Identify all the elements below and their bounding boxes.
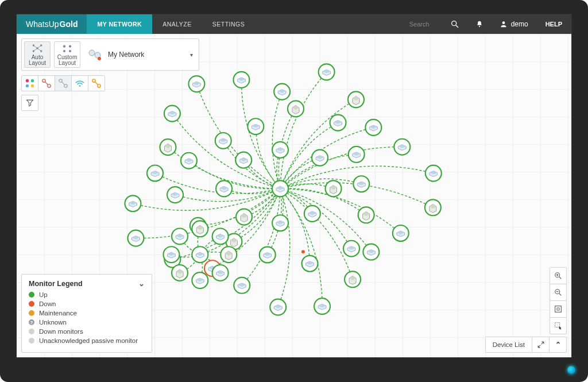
network-node[interactable] <box>274 84 290 100</box>
network-node[interactable] <box>302 256 318 272</box>
legend-label: Down monitors <box>39 328 83 335</box>
power-led <box>567 366 575 374</box>
network-node[interactable] <box>288 101 304 117</box>
network-node[interactable] <box>260 247 276 263</box>
network-node[interactable] <box>164 106 180 122</box>
network-node[interactable] <box>345 271 361 287</box>
network-node[interactable] <box>167 187 183 203</box>
network-node[interactable] <box>365 119 381 136</box>
svg-rect-97 <box>555 306 562 312</box>
user-icon <box>500 20 508 28</box>
app-screen: WhatsUp Gold MY NETWORK ANALYZE SETTINGS… <box>16 14 572 358</box>
network-node[interactable] <box>181 153 197 169</box>
brand-name-2: Gold <box>60 20 78 29</box>
network-node[interactable] <box>312 150 328 166</box>
network-node[interactable] <box>353 176 369 192</box>
svg-point-2 <box>479 26 480 27</box>
legend-label: Down <box>39 300 56 307</box>
legend-title: Monitor Legend <box>29 280 83 288</box>
network-node[interactable] <box>425 199 441 215</box>
network-node[interactable] <box>212 265 229 281</box>
header: WhatsUp Gold MY NETWORK ANALYZE SETTINGS… <box>17 14 571 34</box>
network-node[interactable] <box>272 180 288 196</box>
legend-item: ?Unknown <box>29 319 145 326</box>
svg-line-91 <box>559 277 561 279</box>
network-node[interactable] <box>314 298 330 314</box>
tab-my-network[interactable]: MY NETWORK <box>87 14 152 34</box>
svg-line-1 <box>456 25 458 28</box>
network-node[interactable] <box>188 76 204 92</box>
network-map[interactable]: Auto Layout Custom Layout My Network ▾ <box>17 34 571 357</box>
network-node[interactable] <box>160 139 176 155</box>
network-node[interactable] <box>216 180 232 196</box>
select-button[interactable] <box>550 317 567 334</box>
search-placeholder: Search <box>409 21 430 28</box>
legend-item: Maintenance <box>29 310 145 317</box>
brand-logo: WhatsUp Gold <box>17 14 87 34</box>
device-list-label: Device List <box>486 341 532 348</box>
legend-label: Up <box>39 291 48 298</box>
help-button[interactable]: HELP <box>536 14 571 34</box>
legend-item: Down <box>29 300 145 307</box>
legend-label: Maintenance <box>39 310 77 317</box>
network-node[interactable] <box>393 225 409 241</box>
chevron-down-icon[interactable]: ⌄ <box>138 279 145 288</box>
network-node[interactable] <box>270 299 286 315</box>
svg-point-3 <box>502 21 505 24</box>
network-node[interactable] <box>192 272 208 288</box>
network-node[interactable] <box>172 228 188 244</box>
network-node[interactable] <box>425 165 442 182</box>
network-node[interactable] <box>326 180 342 196</box>
legend-item: Up <box>29 291 145 298</box>
legend-label: Unknown <box>39 319 67 326</box>
tab-settings[interactable]: SETTINGS <box>202 14 256 34</box>
network-node[interactable] <box>125 195 141 211</box>
network-node[interactable] <box>349 146 365 163</box>
chevron-up-icon[interactable]: ⌃ <box>549 337 566 352</box>
monitor-bezel: WhatsUp Gold MY NETWORK ANALYZE SETTINGS… <box>0 0 588 382</box>
tab-analyze[interactable]: ANALYZE <box>152 14 202 34</box>
network-node[interactable] <box>128 230 144 246</box>
network-node[interactable] <box>319 64 335 80</box>
bell-icon[interactable] <box>467 14 492 34</box>
zoom-controls <box>550 267 567 334</box>
network-node[interactable] <box>163 246 179 263</box>
network-node[interactable] <box>212 228 229 244</box>
svg-point-0 <box>451 21 456 26</box>
network-node[interactable] <box>147 165 163 182</box>
brand-name-1: WhatsUp <box>26 20 59 29</box>
svg-line-95 <box>559 294 561 295</box>
search-icon[interactable] <box>442 14 467 34</box>
svg-point-89 <box>301 250 305 253</box>
network-node[interactable] <box>192 246 208 263</box>
zoom-out-button[interactable] <box>550 284 567 301</box>
network-node[interactable] <box>235 152 252 168</box>
user-menu[interactable]: demo <box>492 14 536 34</box>
network-node[interactable] <box>247 118 264 134</box>
network-node[interactable] <box>192 221 208 237</box>
network-node[interactable] <box>363 244 379 260</box>
network-node[interactable] <box>272 142 288 158</box>
expand-icon[interactable] <box>532 337 549 352</box>
search-input[interactable]: Search <box>409 14 442 34</box>
network-node[interactable] <box>236 209 252 225</box>
network-node[interactable] <box>234 277 250 294</box>
device-list-panel[interactable]: Device List ⌃ <box>485 337 567 353</box>
network-node[interactable] <box>394 139 410 155</box>
legend-item: Down monitors <box>29 328 145 335</box>
network-node[interactable] <box>272 215 288 231</box>
zoom-in-button[interactable] <box>550 267 567 284</box>
network-node[interactable] <box>304 206 320 222</box>
network-node[interactable] <box>330 115 346 131</box>
legend-item: Unacknowledged passive monitor <box>29 337 145 344</box>
network-node[interactable] <box>172 265 188 281</box>
fit-button[interactable] <box>550 300 567 318</box>
user-name: demo <box>511 20 528 28</box>
legend-panel: Monitor Legend ⌄ UpDownMaintenance?Unkno… <box>21 274 152 353</box>
network-node[interactable] <box>215 133 231 149</box>
network-node[interactable] <box>358 207 374 223</box>
network-node[interactable] <box>348 91 364 107</box>
network-node[interactable] <box>220 246 237 263</box>
network-node[interactable] <box>233 72 249 88</box>
network-node[interactable] <box>343 241 359 257</box>
